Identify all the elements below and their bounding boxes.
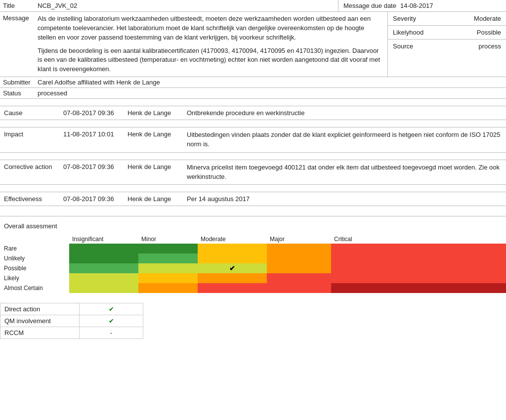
effectiveness-date: 07-08-2017 09:36 xyxy=(63,195,127,203)
likelyhood-value: Possible xyxy=(477,29,501,36)
matrix-row-unlikely: Unlikely xyxy=(0,253,506,263)
unlikely-critical xyxy=(331,253,506,263)
submitter-value: Carel Adolfse affiliated with Henk de La… xyxy=(38,79,160,86)
possible-moderate: ✔ xyxy=(198,263,267,273)
rare-major xyxy=(267,244,331,253)
direct-action-value: ✔ xyxy=(80,303,143,315)
corrective-action-person: Henk de Lange xyxy=(127,163,187,182)
likely-label: Likely xyxy=(0,273,69,283)
possible-label: Possible xyxy=(0,263,69,273)
impact-date: 11-08-2017 10:01 xyxy=(63,130,127,149)
matrix-header-row: Insignificant Minor Moderate Major Criti… xyxy=(0,235,506,244)
likelyhood-label: Likelyhood xyxy=(393,29,477,36)
due-date-value: 14-08-2017 xyxy=(400,2,433,9)
page: Title NCB_JVK_02 Message due date 14-08-… xyxy=(0,0,506,339)
qm-involvement-label: QM involvement xyxy=(0,315,80,327)
rccm-row: RCCM - xyxy=(0,327,143,339)
corrective-action-text: Minerva pricelist item toegevoegd 400121… xyxy=(187,163,502,182)
almost-certain-major xyxy=(267,283,331,293)
matrix-col-minor: Minor xyxy=(138,235,198,244)
rccm-value: - xyxy=(80,327,143,339)
almost-certain-critical xyxy=(331,283,506,293)
matrix-col-empty xyxy=(0,235,69,244)
almost-certain-minor xyxy=(138,283,198,293)
source-value: process xyxy=(478,42,501,50)
actions-table: Direct action ✔ QM involvement ✔ RCCM - xyxy=(0,303,143,339)
possible-major xyxy=(267,263,331,273)
direct-action-row: Direct action ✔ xyxy=(0,303,143,315)
likely-major xyxy=(267,273,331,283)
status-label: Status xyxy=(3,89,38,97)
matrix-row-almost-certain: Almost Certain xyxy=(0,283,506,293)
message-text1: Als de instelling laboratorium werkzaamh… xyxy=(38,14,384,42)
due-date-label: Message due date xyxy=(343,2,396,9)
rare-minor xyxy=(138,244,198,253)
almost-certain-insignificant xyxy=(69,283,138,293)
direct-action-label: Direct action xyxy=(0,303,80,315)
almost-certain-moderate xyxy=(198,283,267,293)
almost-certain-label: Almost Certain xyxy=(0,283,69,293)
title-value: NCB_JVK_02 xyxy=(38,2,77,9)
rccm-label: RCCM xyxy=(0,327,80,339)
possible-minor xyxy=(138,263,198,273)
corrective-action-label: Corrective action xyxy=(4,163,63,182)
source-label: Source xyxy=(393,42,478,50)
title-label: Title xyxy=(3,2,38,9)
unlikely-major xyxy=(267,253,331,263)
cause-label: Cause xyxy=(4,109,63,117)
submitter-label: Submitter xyxy=(3,79,38,86)
message-label: Message xyxy=(3,14,29,22)
matrix-col-insignificant: Insignificant xyxy=(69,235,138,244)
severity-label: Severity xyxy=(393,15,474,22)
effectiveness-person: Henk de Lange xyxy=(127,195,187,203)
cause-text: Ontbrekende procedure en werkinstructie xyxy=(187,109,304,117)
assessment-title: Overall assesment xyxy=(0,220,506,232)
severity-value: Moderate xyxy=(474,15,501,22)
matrix-col-moderate: Moderate xyxy=(198,235,267,244)
matrix-row-rare: Rare xyxy=(0,244,506,253)
likely-moderate xyxy=(198,273,267,283)
likely-insignificant xyxy=(69,273,138,283)
status-value: processed xyxy=(38,89,67,97)
rare-label: Rare xyxy=(0,244,69,253)
cause-date: 07-08-2017 09:36 xyxy=(63,109,127,117)
rare-moderate xyxy=(198,244,267,253)
unlikely-minor xyxy=(138,253,198,263)
message-text2: Tijdens de beoordeling is een aantal kal… xyxy=(38,46,384,75)
effectiveness-label: Effectiveness xyxy=(4,195,63,203)
matrix-row-likely: Likely xyxy=(0,273,506,283)
effectiveness-text: Per 14 augustus 2017 xyxy=(187,195,250,203)
rare-critical xyxy=(331,244,506,253)
right-panel: Severity Moderate Likelyhood Possible So… xyxy=(387,12,506,77)
qm-involvement-value: ✔ xyxy=(80,315,143,327)
likely-minor xyxy=(138,273,198,283)
matrix-row-possible: Possible ✔ xyxy=(0,263,506,273)
unlikely-moderate xyxy=(198,253,267,263)
impact-text: Uitbestedingen vinden plaats zonder dat … xyxy=(187,130,502,149)
rare-insignificant xyxy=(69,244,138,253)
unlikely-label: Unlikely xyxy=(0,253,69,263)
corrective-action-date: 07-08-2017 09:36 xyxy=(63,163,127,182)
likely-critical xyxy=(331,273,506,283)
qm-involvement-row: QM involvement ✔ xyxy=(0,315,143,327)
impact-person: Henk de Lange xyxy=(127,130,187,149)
unlikely-insignificant xyxy=(69,253,138,263)
possible-critical xyxy=(331,263,506,273)
possible-insignificant xyxy=(69,263,138,273)
matrix-col-major: Major xyxy=(267,235,331,244)
impact-label: Impact xyxy=(4,130,63,149)
cause-person: Henk de Lange xyxy=(127,109,187,117)
matrix-col-critical: Critical xyxy=(331,235,506,244)
risk-matrix: Insignificant Minor Moderate Major Criti… xyxy=(0,235,506,293)
